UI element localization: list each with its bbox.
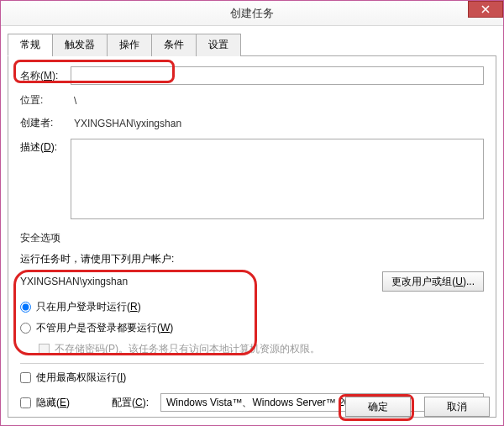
tab-strip: 常规 触发器 操作 条件 设置 (8, 33, 496, 56)
divider (20, 363, 484, 364)
highest-privileges-checkbox[interactable] (20, 372, 31, 383)
location-row: 位置: \ (20, 93, 484, 108)
store-password-row: 不存储密码(P)。该任务将只有访问本地计算机资源的权限。 (39, 342, 484, 356)
tab-conditions[interactable]: 条件 (151, 34, 197, 56)
cancel-label: 取消 (447, 401, 467, 413)
close-icon (481, 5, 490, 13)
dialog-create-task: 创建任务 常规 触发器 操作 条件 设置 名称(M): 位置: \ 创建 (0, 0, 504, 426)
dialog-body: 常规 触发器 操作 条件 设置 名称(M): 位置: \ 创建者: YXINGS… (1, 26, 503, 424)
radio-logged-input[interactable] (20, 302, 31, 313)
tab-actions[interactable]: 操作 (107, 34, 152, 56)
highest-privileges-label: 使用最高权限运行(I) (36, 371, 126, 385)
general-panel: 名称(M): 位置: \ 创建者: YXINGSHAN\yxingshan 描述… (8, 56, 496, 418)
location-value: \ (71, 95, 484, 107)
name-row: 名称(M): (20, 66, 484, 85)
tab-triggers[interactable]: 触发器 (52, 34, 108, 56)
window-title: 创建任务 (1, 6, 503, 21)
radio-run-always[interactable]: 不管用户是否登录都要运行(W) (20, 321, 484, 335)
name-input[interactable] (71, 66, 484, 85)
account-value: YXINGSHAN\yxingshan (20, 274, 382, 289)
security-box: 运行任务时，请使用下列用户帐户: YXINGSHAN\yxingshan 更改用… (20, 252, 484, 385)
configure-label: 配置(C): (112, 396, 152, 410)
hidden-row[interactable]: 隐藏(E) (20, 396, 70, 410)
name-label: 名称(M): (20, 69, 71, 83)
tab-label: 条件 (164, 39, 184, 50)
creator-row: 创建者: YXINGSHAN\yxingshan (20, 116, 484, 130)
creator-label: 创建者: (20, 116, 71, 130)
configure-value: Windows Vista™、Windows Server™ 2008 (166, 396, 361, 410)
tab-label: 设置 (208, 39, 228, 50)
store-password-label: 不存储密码(P)。该任务将只有访问本地计算机资源的权限。 (55, 342, 320, 356)
creator-value: YXINGSHAN\yxingshan (71, 118, 484, 129)
cancel-button[interactable]: 取消 (424, 397, 490, 417)
highest-privileges-row[interactable]: 使用最高权限运行(I) (20, 371, 484, 385)
ok-label: 确定 (368, 401, 388, 413)
radio-always-input[interactable] (20, 323, 31, 334)
change-user-button[interactable]: 更改用户或组(U)... (382, 271, 484, 292)
description-label: 描述(D): (20, 139, 71, 155)
hidden-checkbox[interactable] (20, 397, 31, 408)
close-button[interactable] (468, 1, 503, 18)
security-desc: 运行任务时，请使用下列用户帐户: (20, 252, 484, 266)
security-heading: 安全选项 (20, 231, 484, 245)
tab-label: 触发器 (65, 39, 95, 50)
location-label: 位置: (20, 93, 71, 108)
ok-button[interactable]: 确定 (345, 397, 411, 417)
radio-always-label: 不管用户是否登录都要运行(W) (36, 321, 173, 335)
account-row: YXINGSHAN\yxingshan 更改用户或组(U)... (20, 271, 484, 292)
radio-logged-label: 只在用户登录时运行(R) (36, 300, 141, 314)
tab-label: 操作 (119, 39, 139, 50)
description-row: 描述(D): (20, 139, 484, 219)
description-input[interactable] (71, 139, 484, 219)
footer-buttons: 确定 取消 (345, 397, 490, 417)
hidden-label: 隐藏(E) (36, 396, 70, 410)
titlebar: 创建任务 (1, 1, 503, 26)
tab-general[interactable]: 常规 (8, 34, 53, 56)
radio-run-when-logged[interactable]: 只在用户登录时运行(R) (20, 300, 484, 314)
tab-label: 常规 (20, 39, 40, 50)
tab-settings[interactable]: 设置 (196, 34, 241, 56)
store-password-checkbox (39, 344, 50, 355)
